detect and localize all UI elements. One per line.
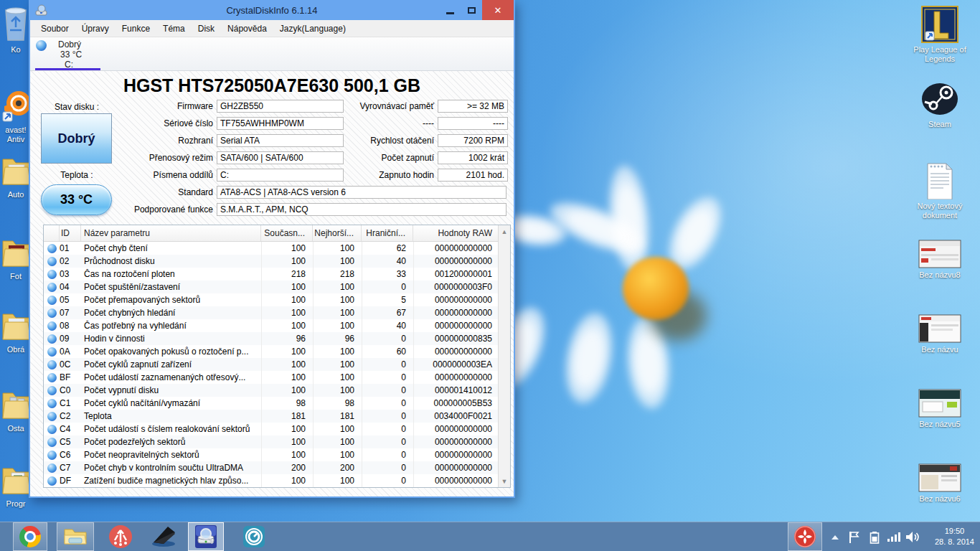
menu-disk[interactable]: Disk (192, 22, 221, 36)
taskbar-gauge-app[interactable] (238, 522, 270, 551)
cell-raw: 000000000835 (413, 332, 498, 345)
desktop-icon-folder-osta[interactable]: Osta (0, 386, 32, 433)
field-value: Serial ATA (217, 134, 344, 147)
header-worst[interactable]: Nejhorší... (313, 225, 362, 241)
table-row[interactable]: 01Počet chyb čtení10010062000000000000 (44, 242, 498, 255)
cell-threshold: 5 (362, 293, 413, 306)
table-row[interactable]: 05Počet přemapovaných sektorů10010050000… (44, 293, 498, 306)
table-row[interactable]: C0Počet vypnutí disku1001000000001410012 (44, 384, 498, 397)
menu-jazyk[interactable]: Jazyk(Language) (273, 22, 352, 36)
desktop-icon-league-of-legends[interactable]: Play League of Legends (907, 6, 973, 64)
minimize-button[interactable] (439, 2, 461, 18)
tray-clock[interactable]: 19:50 28. 8. 2014 (935, 526, 974, 547)
drive-tab-c[interactable]: Dobrý 33 °C C: (34, 38, 103, 70)
header-raw[interactable]: Hodnoty RAW (413, 225, 498, 241)
menu-funkce[interactable]: Funkce (116, 22, 156, 36)
table-row[interactable]: 03Čas na roztočení ploten218218330012000… (44, 268, 498, 281)
field-value: S.M.A.R.T., APM, NCQ (217, 203, 507, 216)
screenshot-thumbnail-icon (918, 463, 961, 492)
desktop-icon-bez-nazvu8[interactable]: Bez názvu8 (907, 240, 973, 280)
taskbar-chrome[interactable] (13, 522, 47, 551)
drive-tab-status: Dobrý (58, 39, 81, 50)
field-row: Počet zapnutí1002 krát (339, 151, 508, 164)
taskbar-file-explorer[interactable] (57, 522, 94, 551)
header-id[interactable]: ID (60, 225, 81, 241)
desktop-icon-text-document[interactable]: Nový textový dokument (907, 161, 973, 220)
smart-table-body: 01Počet chyb čtení1001006200000000000002… (44, 242, 498, 487)
table-row[interactable]: 0APočet opakovaných pokusů o roztočení p… (44, 345, 498, 358)
folder-icon (0, 152, 32, 188)
header-threshold[interactable]: Hraniční... (362, 225, 413, 241)
battery-icon[interactable] (870, 531, 880, 544)
table-row[interactable]: DFZatížení budiče magnetických hlav způs… (44, 474, 498, 487)
table-row[interactable]: C4Počet událostí s číslem realokování se… (44, 423, 498, 435)
desktop-icon-folder-obra[interactable]: Obrá (0, 307, 32, 354)
table-row[interactable]: BFPočet událostí zaznamenaných otřesový.… (44, 371, 498, 384)
table-row[interactable]: 07Počet chybných hledání1001006700000000… (44, 306, 498, 319)
table-row[interactable]: C6Počet neopravitelných sektorů100100000… (44, 448, 498, 461)
table-row[interactable]: C5Počet podezřelých sektorů1001000000000… (44, 435, 498, 448)
scroll-down-icon[interactable]: ▼ (499, 475, 511, 487)
tray-show-hidden-icon[interactable] (831, 534, 839, 541)
cell-raw: 001200000001 (413, 268, 498, 281)
taskbar-red-arrows-app[interactable] (106, 522, 135, 551)
header-name[interactable]: Název parametru (81, 225, 261, 241)
titlebar[interactable]: CrystalDiskInfo 6.1.14 ✕ (30, 0, 514, 20)
table-row[interactable]: C1Počet cyklů načítání/vymazání989800000… (44, 397, 498, 410)
tray-red-app[interactable] (788, 522, 822, 551)
network-signal-icon[interactable] (887, 531, 901, 542)
fields-right: Vyrovnávací paměť>= 32 MB--------Rychlos… (339, 100, 508, 186)
cell-raw: 000000000000 (413, 474, 498, 487)
desktop-icon-avast[interactable]: avast! Antiv (0, 88, 32, 144)
cell-id: 08 (60, 321, 81, 331)
cell-raw: 000000000000 (413, 242, 498, 255)
table-row[interactable]: C2Teplota18118100034000F0021 (44, 410, 498, 423)
table-scrollbar[interactable]: ▲ ▼ (498, 225, 510, 487)
desktop-icon-bez-nazvu[interactable]: Bez názvu (907, 314, 973, 354)
table-row[interactable]: C7Počet chyb v kontrolním součtu UltraDM… (44, 461, 498, 474)
action-center-flag-icon[interactable] (848, 531, 859, 544)
cell-name: Čas potřebný na vyhledání (81, 321, 261, 331)
menu-soubor[interactable]: Soubor (34, 22, 75, 36)
desktop-icon-folder-auto[interactable]: Auto (0, 152, 32, 199)
cell-worst: 100 (313, 306, 362, 319)
menu-napoveda[interactable]: Nápověda (221, 22, 273, 36)
volume-icon[interactable] (905, 531, 920, 543)
cell-raw: 000000000000 (413, 448, 498, 461)
status-orb-icon (47, 399, 57, 408)
table-row[interactable]: 09Hodin v činnosti96960000000000835 (44, 332, 498, 345)
menu-upravy[interactable]: Úpravy (75, 22, 116, 36)
menu-tema[interactable]: Téma (156, 22, 192, 36)
cell-current: 98 (261, 397, 313, 410)
cell-name: Počet podezřelých sektorů (81, 437, 261, 447)
table-row[interactable]: 02Průchodnost disku10010040000000000000 (44, 255, 498, 268)
desktop-icon-label: Obrá (0, 345, 32, 354)
status-orb-icon (47, 334, 57, 344)
cell-name: Počet spuštění/zastavení (81, 282, 261, 292)
cell-worst: 181 (313, 410, 362, 423)
field-label: Vyrovnávací paměť (339, 101, 438, 111)
scroll-up-icon[interactable]: ▲ (499, 225, 511, 237)
taskbar-crystaldiskinfo[interactable] (188, 522, 224, 551)
table-row[interactable]: 0CPočet cyklů zapnutí zařízení1001000000… (44, 358, 498, 371)
status-orb-icon (47, 244, 57, 253)
desktop-icon-bez-nazvu5[interactable]: Bez názvu5 (907, 389, 973, 429)
cell-id: 05 (60, 295, 81, 305)
desktop-icon-folder-progr[interactable]: Progr (0, 461, 32, 509)
cell-id: 04 (60, 282, 81, 292)
table-row[interactable]: 08Čas potřebný na vyhledání1001004000000… (44, 319, 498, 332)
close-button[interactable]: ✕ (482, 0, 514, 20)
cell-worst: 100 (313, 423, 362, 435)
taskbar-laptop-app[interactable] (148, 522, 179, 551)
desktop-icon-folder-fot[interactable]: Fot (0, 234, 32, 281)
header-current[interactable]: Současn... (261, 225, 313, 241)
table-header: ID Název parametru Současn... Nejhorší..… (44, 225, 498, 242)
cell-current: 100 (261, 242, 313, 255)
cell-threshold: 0 (362, 448, 413, 461)
gauge-app-icon (242, 525, 265, 548)
desktop-icon-recycle-bin[interactable]: Ko (0, 6, 32, 55)
desktop-icon-bez-nazvu6[interactable]: Bez názvu6 (907, 463, 973, 504)
desktop-icon-steam[interactable]: Steam (907, 80, 973, 129)
table-row[interactable]: 04Počet spuštění/zastavení10010000000000… (44, 281, 498, 293)
maximize-button[interactable] (461, 2, 482, 18)
